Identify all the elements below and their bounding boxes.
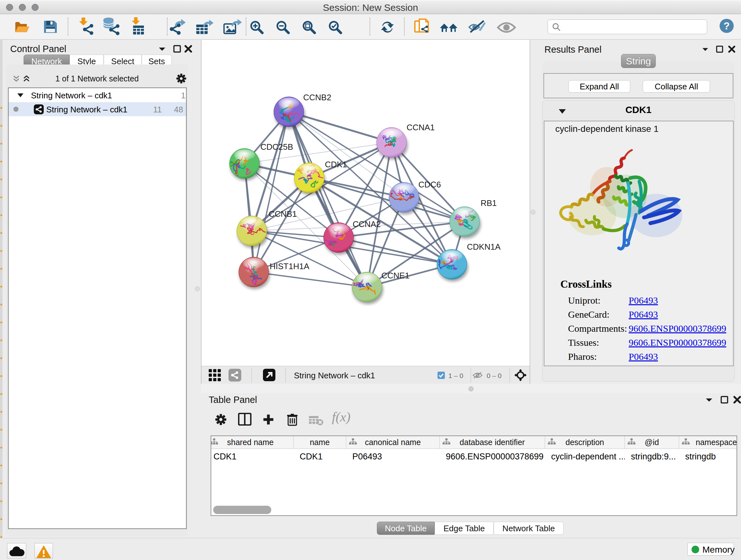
svg-text:?: ? bbox=[724, 20, 730, 32]
